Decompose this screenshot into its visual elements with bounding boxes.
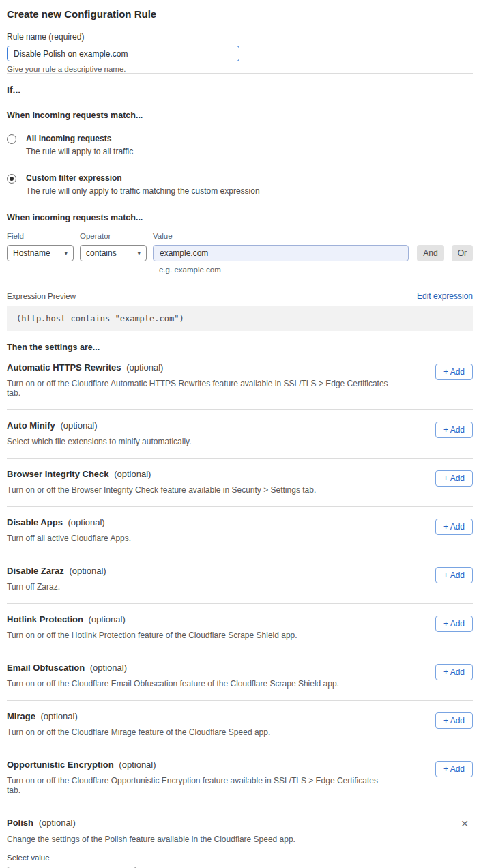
setting-optional-tag: (optional)	[119, 760, 156, 770]
setting-optional-tag: (optional)	[39, 818, 76, 828]
add-setting-button[interactable]: + Add	[435, 470, 473, 487]
operator-select-value: contains	[86, 248, 117, 258]
setting-title: Polish	[7, 818, 33, 828]
expression-preview-code: (http.host contains "example.com")	[7, 306, 473, 331]
setting-optional-tag: (optional)	[126, 362, 163, 373]
expression-builder-heading: When incoming requests match...	[7, 213, 473, 222]
setting-description: Turn on or off the Hotlink Protection fe…	[7, 631, 297, 640]
setting-optional-tag: (optional)	[114, 469, 151, 479]
setting-section: Hotlink Protection (optional) Turn on or…	[7, 604, 473, 652]
rule-name-input[interactable]	[7, 46, 239, 61]
setting-description: Turn on or off the Browser Integrity Che…	[7, 485, 316, 495]
setting-description: Turn on or off the Cloudflare Opportunis…	[7, 776, 389, 795]
radio-option-custom-filter-expression[interactable]: Custom filter expression The rule will o…	[7, 173, 473, 196]
setting-description: Select which file extensions to minify a…	[7, 437, 192, 446]
rule-name-label: Rule name (required)	[7, 32, 473, 42]
setting-description: Turn off Zaraz.	[7, 582, 106, 592]
chevron-down-icon: ▾	[137, 250, 141, 257]
setting-title: Automatic HTTPS Rewrites	[7, 362, 121, 373]
expression-preview-label: Expression Preview	[7, 292, 76, 300]
setting-optional-tag: (optional)	[41, 711, 78, 721]
setting-title: Hotlink Protection	[7, 614, 83, 624]
rule-name-helper: Give your rule a descriptive name.	[7, 65, 473, 73]
setting-title: Mirage	[7, 711, 35, 721]
if-heading: If...	[7, 85, 473, 96]
setting-optional-tag: (optional)	[60, 420, 97, 431]
operator-label: Operator	[80, 232, 147, 240]
radio-description: The rule will only apply to traffic matc…	[26, 186, 260, 196]
field-label: Field	[7, 232, 74, 240]
settings-list: Automatic HTTPS Rewrites (optional) Turn…	[7, 352, 473, 807]
setting-optional-tag: (optional)	[68, 517, 105, 527]
or-button[interactable]: Or	[452, 245, 473, 261]
setting-title: Disable Apps	[7, 517, 63, 527]
expression-builder: Field Operator Value Hostname ▾ contains…	[7, 232, 473, 274]
value-hint: e.g. example.com	[159, 265, 473, 274]
setting-section: Opportunistic Encryption (optional) Turn…	[7, 749, 473, 807]
field-select-value: Hostname	[13, 248, 50, 258]
value-label: Value	[153, 232, 473, 240]
setting-section: Auto Minify (optional) Select which file…	[7, 410, 473, 459]
radio-description: The rule will apply to all traffic	[26, 147, 133, 156]
add-setting-button[interactable]: + Add	[435, 712, 473, 729]
setting-section: Email Obfuscation (optional) Turn on or …	[7, 652, 473, 701]
setting-title: Email Obfuscation	[7, 663, 85, 673]
edit-expression-link[interactable]: Edit expression	[417, 291, 473, 301]
match-type-radio-group: All incoming requests The rule will appl…	[7, 134, 473, 196]
rule-name-group: Rule name (required) Give your rule a de…	[7, 32, 473, 73]
add-setting-button[interactable]: + Add	[435, 664, 473, 680]
and-button[interactable]: And	[417, 245, 443, 261]
setting-section: Browser Integrity Check (optional) Turn …	[7, 459, 473, 507]
setting-title: Browser Integrity Check	[7, 469, 109, 479]
then-settings-heading: Then the settings are...	[7, 343, 473, 352]
add-setting-button[interactable]: + Add	[435, 567, 473, 583]
polish-setting-section: Polish (optional) ✕ Change the settings …	[7, 807, 473, 868]
setting-description: Turn off all active Cloudflare Apps.	[7, 534, 131, 543]
value-input[interactable]	[153, 245, 409, 261]
setting-title: Auto Minify	[7, 420, 55, 431]
setting-description: Turn on or off the Cloudflare Automatic …	[7, 379, 389, 398]
add-setting-button[interactable]: + Add	[435, 616, 473, 632]
setting-title: Disable Zaraz	[7, 566, 64, 576]
close-icon[interactable]: ✕	[461, 819, 469, 828]
setting-optional-tag: (optional)	[69, 566, 106, 576]
setting-description: Turn on or off the Cloudflare Mirage fea…	[7, 727, 270, 737]
select-value-label: Select value	[7, 854, 473, 862]
setting-description: Change the settings of the Polish featur…	[7, 835, 473, 844]
setting-section: Automatic HTTPS Rewrites (optional) Turn…	[7, 352, 473, 410]
add-setting-button[interactable]: + Add	[435, 761, 473, 777]
page-title: Create new Configuration Rule	[7, 8, 473, 20]
incoming-requests-match-heading: When incoming requests match...	[7, 111, 473, 120]
section-divider	[7, 73, 473, 74]
setting-optional-tag: (optional)	[89, 614, 126, 624]
setting-description: Turn on or off the Cloudflare Email Obfu…	[7, 679, 339, 689]
chevron-down-icon: ▾	[64, 250, 68, 257]
radio-label: Custom filter expression	[26, 173, 260, 183]
field-select[interactable]: Hostname ▾	[7, 245, 74, 261]
radio-option-all-incoming-requests[interactable]: All incoming requests The rule will appl…	[7, 134, 473, 156]
setting-optional-tag: (optional)	[90, 663, 127, 673]
setting-section: Disable Apps (optional) Turn off all act…	[7, 507, 473, 555]
radio-unselected-icon[interactable]	[7, 134, 16, 144]
add-setting-button[interactable]: + Add	[435, 422, 473, 438]
radio-label: All incoming requests	[26, 134, 133, 143]
create-configuration-rule-form: Create new Configuration Rule Rule name …	[0, 0, 481, 868]
operator-select[interactable]: contains ▾	[80, 245, 147, 261]
setting-section: Mirage (optional) Turn on or off the Clo…	[7, 701, 473, 749]
add-setting-button[interactable]: + Add	[435, 519, 473, 535]
add-setting-button[interactable]: + Add	[435, 364, 473, 380]
setting-section: Disable Zaraz (optional) Turn off Zaraz.…	[7, 555, 473, 604]
radio-selected-icon[interactable]	[7, 174, 16, 184]
setting-title: Opportunistic Encryption	[7, 760, 114, 770]
